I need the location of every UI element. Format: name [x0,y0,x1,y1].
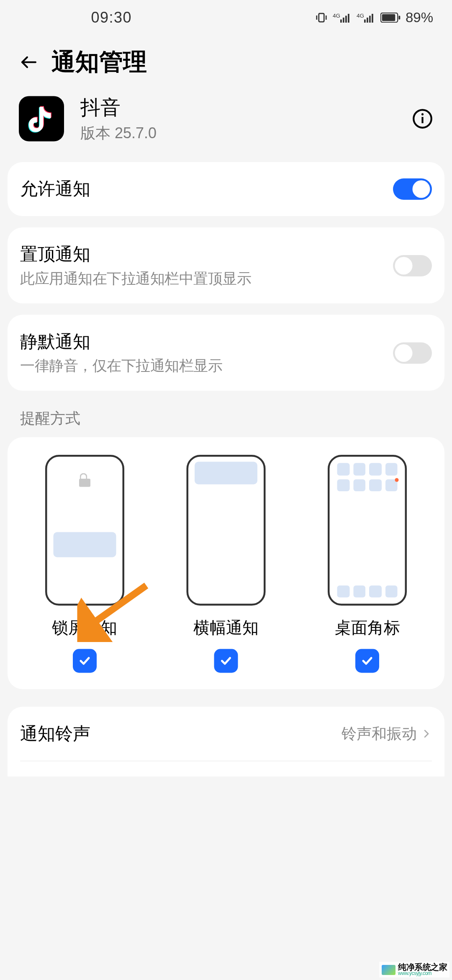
mode-badge[interactable]: 桌面角标 [298,455,438,673]
signal-4g-icon-1: 4G [333,12,352,23]
app-info-row: 抖音 版本 25.7.0 [0,88,452,162]
app-icon-douyin [19,96,64,142]
pin-notifications-label: 置顶通知 [20,242,393,266]
svg-rect-0 [319,13,324,21]
status-icons: 4G 4G 89% [315,9,433,26]
mode-banner-label: 横幅通知 [193,617,259,639]
svg-rect-3 [343,17,344,22]
mode-banner[interactable]: 横幅通知 [156,455,296,673]
page-title: 通知管理 [51,46,147,78]
watermark-en: www.ycsyjy.com [398,971,447,976]
ringtone-label: 通知铃声 [20,722,342,746]
mode-lockscreen-checkbox[interactable] [72,649,96,673]
chevron-right-icon [421,728,432,740]
quiet-notifications-label: 静默通知 [20,330,393,354]
pin-notifications-toggle[interactable] [393,255,432,276]
watermark-logo [382,965,396,975]
info-icon[interactable] [412,108,433,129]
card-allow-notifications: 允许通知 [8,162,444,216]
watermark-cn: 纯净系统之家 [398,963,447,972]
svg-rect-10 [372,13,373,22]
app-version: 版本 25.7.0 [80,123,396,143]
badge-preview [328,455,407,606]
svg-rect-8 [367,17,368,22]
allow-notifications-toggle[interactable] [393,178,432,200]
svg-point-16 [421,113,424,115]
mode-banner-checkbox[interactable] [214,649,238,673]
reminder-modes-card: 锁屏通知 横幅通知 桌面角标 [8,437,444,689]
quiet-notifications-desc: 一律静音，仅在下拉通知栏显示 [20,356,393,376]
card-quiet-notifications: 静默通知 一律静音，仅在下拉通知栏显示 [8,315,444,391]
quiet-notifications-toggle[interactable] [393,342,432,364]
status-time: 09:30 [91,8,132,26]
mode-badge-checkbox[interactable] [355,649,379,673]
app-name: 抖音 [80,94,396,122]
mode-lockscreen[interactable]: 锁屏通知 [15,455,155,673]
back-icon[interactable] [19,52,39,72]
ringtone-value: 铃声和振动 [342,724,417,744]
pin-notifications-desc: 此应用通知在下拉通知栏中置顶显示 [20,269,393,289]
mode-lockscreen-label: 锁屏通知 [52,617,117,639]
svg-text:4G: 4G [333,12,340,18]
svg-rect-4 [345,15,347,23]
row-allow-notifications[interactable]: 允许通知 [20,162,432,216]
page-header: 通知管理 [0,35,452,88]
svg-rect-2 [340,19,342,23]
lockscreen-preview [45,455,124,606]
svg-rect-5 [348,13,349,22]
watermark: 纯净系统之家 www.ycsyjy.com [379,962,449,978]
row-pin-notifications[interactable]: 置顶通知 此应用通知在下拉通知栏中置顶显示 [20,227,432,304]
allow-notifications-label: 允许通知 [20,177,393,201]
mode-badge-label: 桌面角标 [335,617,400,639]
svg-rect-13 [398,15,400,19]
lock-icon [79,473,90,487]
battery-percent: 89% [406,9,433,26]
card-pin-notifications: 置顶通知 此应用通知在下拉通知栏中置顶显示 [8,227,444,304]
row-ringtone[interactable]: 通知铃声 铃声和振动 [20,707,432,761]
row-quiet-notifications[interactable]: 静默通知 一律静音，仅在下拉通知栏显示 [20,315,432,391]
card-ringtone: 通知铃声 铃声和振动 [8,707,444,777]
banner-preview [186,455,265,606]
battery-icon [380,12,401,22]
status-bar: 09:30 4G 4G 89% [0,0,452,35]
svg-rect-12 [382,14,396,21]
signal-4g-icon-2: 4G [357,12,375,23]
svg-rect-7 [364,19,366,23]
svg-rect-9 [369,15,371,23]
vibrate-icon [315,11,328,23]
svg-text:4G: 4G [357,12,364,18]
reminder-mode-section-label: 提醒方式 [0,402,452,437]
